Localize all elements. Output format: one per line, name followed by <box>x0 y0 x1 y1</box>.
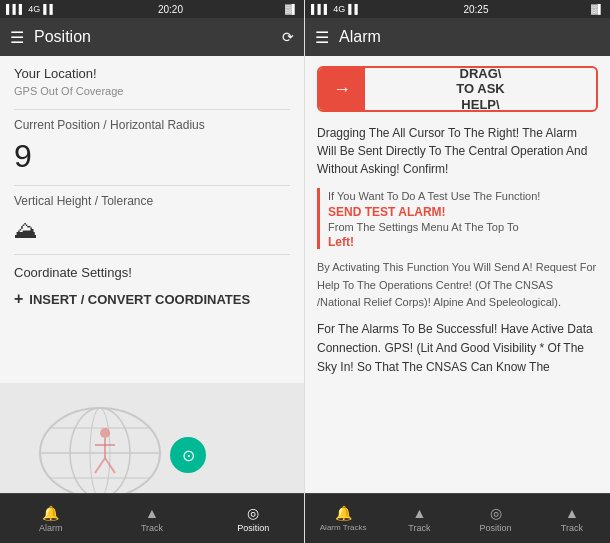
alarm-nav-icon: 🔔 <box>42 505 59 521</box>
nav-position[interactable]: ◎ Position <box>203 494 304 543</box>
insert-btn-label: INSERT / CONVERT COORDINATES <box>29 292 250 307</box>
signal-bars: ▌▌ <box>43 4 56 14</box>
divider-1 <box>14 109 290 110</box>
current-position-label: Current Position / Horizontal Radius <box>14 118 290 132</box>
svg-point-2 <box>90 408 110 493</box>
location-pin: ⊙ <box>170 437 206 473</box>
right-track2-label: Track <box>561 523 583 533</box>
refresh-icon[interactable]: ⟳ <box>282 29 294 45</box>
alarm-description: Dragging The All Cursor To The Right! Th… <box>317 124 598 178</box>
right-nav-track[interactable]: ▲ Track <box>381 494 457 543</box>
right-panel: ▌▌▌ 4G ▌▌ 20:25 ▓▌ ☰ Alarm → DRAG\ TO AS… <box>305 0 610 543</box>
right-nav-alarm-tracks[interactable]: 🔔 Alarm Tracks <box>305 494 381 543</box>
left-bottom-nav: 🔔 Alarm ▲ Track ◎ Position <box>0 493 304 543</box>
right-time: 20:25 <box>463 4 488 15</box>
right-nav-track2[interactable]: ▲ Track <box>534 494 610 543</box>
right-content: → DRAG\ TO ASK HELP\ Dragging The All Cu… <box>305 56 610 493</box>
svg-point-0 <box>40 408 160 493</box>
gps-status: GPS Out Of Coverage <box>14 85 290 97</box>
map-area: ⊙ <box>0 383 304 493</box>
alarm-slide-button[interactable]: → DRAG\ TO ASK HELP\ <box>317 66 598 112</box>
divider-2 <box>14 185 290 186</box>
tip-highlight-end: Left! <box>328 235 598 249</box>
alarm-nav-label: Alarm <box>39 523 63 533</box>
help-text: HELP\ <box>461 97 499 112</box>
drag-text: DRAG\ <box>460 66 502 81</box>
right-alarm-tracks-label: Alarm Tracks <box>320 523 367 532</box>
right-battery-icon: ▓▌ <box>591 4 604 14</box>
left-status-right-icons: ▓▌ <box>285 4 298 14</box>
svg-line-9 <box>95 458 105 473</box>
right-bottom-nav: 🔔 Alarm Tracks ▲ Track ◎ Position ▲ Trac… <box>305 493 610 543</box>
coord-settings-label: Coordinate Settings! <box>14 265 290 280</box>
right-menu-icon[interactable]: ☰ <box>315 28 329 47</box>
left-top-bar: ☰ Position ⟳ <box>0 18 304 56</box>
slide-arrow[interactable]: → <box>319 68 365 110</box>
right-signal-icon: ▌▌▌ <box>311 4 330 14</box>
left-time: 20:20 <box>158 4 183 15</box>
divider-3 <box>14 254 290 255</box>
right-status-bar: ▌▌▌ 4G ▌▌ 20:25 ▓▌ <box>305 0 610 18</box>
coordinate-settings: Coordinate Settings! + INSERT / CONVERT … <box>14 265 290 314</box>
right-track-icon: ▲ <box>412 505 426 521</box>
svg-point-1 <box>70 408 130 493</box>
track-nav-label: Track <box>141 523 163 533</box>
position-nav-icon: ◎ <box>247 505 259 521</box>
right-track2-icon: ▲ <box>565 505 579 521</box>
insert-convert-button[interactable]: + INSERT / CONVERT COORDINATES <box>14 284 290 314</box>
left-menu-icon[interactable]: ☰ <box>10 28 24 47</box>
right-position-icon: ◎ <box>490 505 502 521</box>
battery-icon: ▓▌ <box>285 4 298 14</box>
right-network-icon: 4G <box>333 4 345 14</box>
slide-text: DRAG\ TO ASK HELP\ <box>365 66 596 112</box>
nav-track[interactable]: ▲ Track <box>101 494 202 543</box>
svg-point-6 <box>100 428 110 438</box>
alarm-success: For The Alarms To Be Successful! Have Ac… <box>317 320 598 378</box>
vertical-height-label: Vertical Height / Tolerance <box>14 194 290 208</box>
position-nav-label: Position <box>237 523 269 533</box>
right-title: Alarm <box>339 28 600 46</box>
right-top-bar: ☰ Alarm <box>305 18 610 56</box>
position-value: 9 <box>14 138 290 175</box>
alarm-info: By Activating This Function You Will Sen… <box>317 259 598 312</box>
left-content: Your Location! GPS Out Of Coverage Curre… <box>0 56 304 383</box>
globe-icon <box>30 403 170 493</box>
signal-icon: ▌▌▌ <box>6 4 25 14</box>
your-location-label: Your Location! <box>14 66 290 81</box>
network-icon: 4G <box>28 4 40 14</box>
right-position-label: Position <box>480 523 512 533</box>
left-status-bar: ▌▌▌ 4G ▌▌ 20:20 ▓▌ <box>0 0 304 18</box>
right-signal-bars: ▌▌ <box>348 4 361 14</box>
to-ask-text: TO ASK <box>456 81 504 96</box>
mountain-icon: ⛰ <box>14 216 290 244</box>
nav-alarm[interactable]: 🔔 Alarm <box>0 494 101 543</box>
left-panel: ▌▌▌ 4G ▌▌ 20:20 ▓▌ ☰ Position ⟳ Your Loc… <box>0 0 305 543</box>
left-status-left-icons: ▌▌▌ 4G ▌▌ <box>6 4 56 14</box>
tip-highlight: SEND TEST ALARM! <box>328 205 598 219</box>
plus-icon: + <box>14 290 23 308</box>
track-nav-icon: ▲ <box>145 505 159 521</box>
alarm-btn-container: → DRAG\ TO ASK HELP\ <box>317 66 598 112</box>
right-alarm-icon: 🔔 <box>335 505 352 521</box>
tip-line1: If You Want To Do A Test Use The Functio… <box>328 188 598 205</box>
alarm-tip: If You Want To Do A Test Use The Functio… <box>317 188 598 249</box>
tip-line2: From The Settings Menu At The Top To <box>328 219 598 236</box>
right-track-label: Track <box>408 523 430 533</box>
right-status-left: ▌▌▌ 4G ▌▌ <box>311 4 361 14</box>
right-status-right: ▓▌ <box>591 4 604 14</box>
right-nav-position[interactable]: ◎ Position <box>458 494 534 543</box>
left-title: Position <box>34 28 272 46</box>
